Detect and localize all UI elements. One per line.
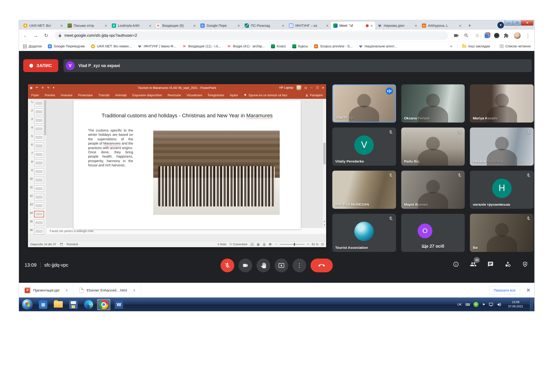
ppt-account-avatar[interactable] [297,85,301,90]
download-item[interactable]: P Презентація.ppt ∧ [23,283,73,297]
antivirus-icon[interactable]: + [473,302,479,307]
ppt-menu-item[interactable]: Vizualizare [187,93,202,97]
language-indicator[interactable]: UK [457,303,462,306]
browser-tab[interactable]: Ψ Наукова діял × [375,21,419,30]
show-desktop-button[interactable] [530,298,533,311]
raise-hand-button[interactable] [256,259,270,272]
bookmark-item[interactable]: SC Scopus preview - S... [314,44,353,48]
explorer-app-button[interactable] [52,299,65,310]
ppt-restore-icon[interactable]: ❐ [316,86,318,90]
keyboard-icon[interactable]: ⌨ [465,303,470,307]
calculator-app-button[interactable]: ▦ [36,299,50,310]
bookmark-item[interactable]: M Входящие (11) - I.k... [182,44,221,48]
zoom-percentage[interactable]: 81 % [312,243,319,246]
participant-tile[interactable]: L O Ще 27 осіб [401,214,465,252]
participant-tile[interactable]: ANGELA MURESAN [332,171,396,209]
participant-tile[interactable]: Oksana Fertadi [401,84,465,123]
tab-close-icon[interactable]: × [282,24,284,28]
bookmark-item[interactable]: G Google Переводчик [48,44,85,48]
slide-thumbnail[interactable]: 11 [28,185,46,194]
more-options-button[interactable]: ⋮ [292,259,306,272]
slide[interactable]: Traditional customs and holidays - Chris… [73,100,301,229]
slide-thumbnail[interactable]: 2 [28,109,46,117]
ppt-share-button[interactable]: Partajare [305,93,323,97]
previous-slide-button[interactable]: ▲ [323,219,326,223]
participant-tile[interactable]: V Vitaliy Perederko [332,127,396,166]
word-app-button[interactable]: W [112,299,125,310]
participant-tile[interactable]: Radu Big [401,127,465,166]
other-bookmarks-button[interactable]: Інші закладки [462,44,490,48]
ppt-menu-item[interactable]: Ajutor [230,93,238,97]
tab-close-icon[interactable]: × [105,24,107,28]
save-icon[interactable]: ▣ [30,86,32,89]
bookmark-item[interactable]: UKR.NET: Всі новин... [91,44,132,48]
ribbon-options-icon[interactable]: ⊡ [305,86,307,90]
bookmark-item[interactable]: Ψ ІФНТУНГ | Івано-Ф... [138,44,176,48]
browser-tab[interactable]: SC Arkhypova, L × [419,21,464,30]
address-bar[interactable]: meet.google.com/sfc-jjdq-vpc?authuser=2 [55,31,448,40]
browser-tab[interactable]: Письмо отпр × [65,21,110,30]
meeting-details-button[interactable] [453,261,459,267]
action-center-flag-icon[interactable]: ⚑ [482,303,485,307]
zoom-slider[interactable] [280,244,304,245]
close-button[interactable]: ✕ [521,20,533,26]
slide-thumbnail[interactable]: 3 [28,117,46,126]
end-call-button[interactable] [311,259,333,272]
bookmarks-overflow-chevron[interactable]: » [450,44,452,49]
zoom-out-icon[interactable]: − [275,243,277,246]
tab-close-icon[interactable]: × [193,24,196,28]
ppt-tell-me[interactable]: Spune-mi ce dorești să faci [244,93,287,97]
download-item[interactable]: Elsevier Enhanced....html ∧ [73,283,141,297]
slide-thumbnail[interactable]: 12 [28,194,46,203]
new-tab-button[interactable]: + [466,22,473,29]
slide-thumbnail[interactable]: 10 [28,177,46,185]
camera-toggle-button[interactable] [238,259,252,272]
participants-button[interactable]: 39 [470,261,477,268]
bookmark-item[interactable]: Додатки [23,44,42,48]
zoom-icon[interactable] [464,33,470,38]
extension-adblock-icon[interactable] [494,33,499,38]
ppt-menu-item[interactable]: Tranziții [98,93,110,97]
start-button[interactable] [22,299,33,310]
participant-tile[interactable]: Oksana Shyychuk [470,127,534,166]
ppt-menu-item[interactable]: Înregistrare [208,93,224,97]
download-menu-chevron-icon[interactable]: ∧ [133,288,135,292]
extensions-puzzle-icon[interactable] [504,33,510,38]
tab-close-icon[interactable]: × [60,24,63,28]
ppt-menu-item[interactable]: Pornire [45,93,55,97]
browser-tab[interactable]: R Liudmyla Arkh × [110,21,154,30]
tab-close-icon[interactable]: × [326,24,329,28]
maximize-button[interactable]: ❐ [513,20,521,26]
slide-thumbnail[interactable]: 15 [28,219,46,228]
slide-thumbnail[interactable]: 4 [28,126,46,134]
ppt-menu-item[interactable]: Inserare [61,93,73,97]
edge-app-button[interactable] [82,299,95,310]
slide-thumbnail[interactable]: 13 [28,203,46,211]
reading-list-button[interactable]: Список читання [500,44,531,48]
activities-button[interactable] [505,261,511,268]
bookmark-item[interactable]: Класс [271,44,286,48]
undo-icon[interactable]: ↶ [36,86,38,89]
qat-more-icon[interactable]: ▾ [53,86,55,89]
chrome-app-button[interactable] [97,299,110,310]
slide-thumbnail[interactable]: 6 [28,143,46,151]
slide-thumbnail[interactable]: 7 [28,151,46,160]
slide-thumbnail[interactable]: 16 [28,228,46,237]
tab-close-icon[interactable]: × [238,24,240,28]
ppt-menu-item[interactable]: Fișier [31,93,39,97]
comments-toggle[interactable]: 🗩 Comentarii [229,243,247,246]
ppt-close-icon[interactable]: ✕ [322,86,324,90]
network-icon[interactable] [489,302,493,307]
ppt-menu-item[interactable]: Proiectare [78,93,93,97]
scrollbar-thumb[interactable] [323,143,326,164]
ppt-minimize-icon[interactable]: ─ [310,86,312,89]
tab-close-icon[interactable]: × [459,24,461,28]
back-icon[interactable]: ← [22,33,28,38]
view-buttons[interactable]: ▭▦▥⬒ [250,242,272,246]
forward-icon[interactable]: → [33,33,39,38]
participant-tile[interactable]: Марія Вуянко [401,171,465,209]
ink-icon[interactable]: ✎ [47,86,49,89]
participant-tile[interactable]: Mariya Kovaliv [470,84,534,123]
download-menu-chevron-icon[interactable]: ∧ [66,288,68,292]
ppt-vertical-scrollbar[interactable]: ▲ ▼ [323,99,326,228]
